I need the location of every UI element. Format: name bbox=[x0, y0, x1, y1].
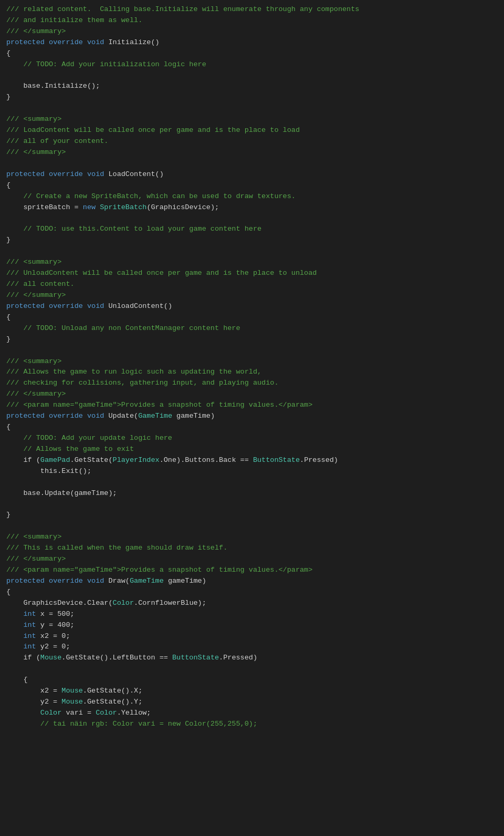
code-line: /// all of your content. bbox=[6, 136, 498, 147]
code-token-comment: // TODO: Unload any non ContentManager c… bbox=[23, 324, 240, 332]
code-token-plain bbox=[6, 445, 23, 453]
code-token-keyword: void bbox=[87, 412, 104, 420]
code-token-plain: { bbox=[6, 181, 10, 189]
code-line: { bbox=[6, 422, 498, 433]
code-token-comment: /// <summary> bbox=[6, 115, 61, 123]
code-token-comment: /// <summary> bbox=[6, 258, 61, 266]
code-line: this.Exit(); bbox=[6, 466, 498, 477]
code-line bbox=[6, 246, 498, 257]
code-token-plain: } bbox=[6, 93, 10, 101]
code-token-comment: /// </summary> bbox=[6, 390, 66, 398]
code-line: int y = 400; bbox=[6, 620, 498, 631]
code-line: /// and initialize them as well. bbox=[6, 15, 498, 26]
code-token-comment: // TODO: Add your initialization logic h… bbox=[23, 60, 206, 68]
code-token-comment: /// This is called when the game should … bbox=[6, 544, 227, 552]
code-token-comment: /// related content. Calling base.Initia… bbox=[6, 5, 359, 13]
code-token-plain: base.Update(gameTime); bbox=[6, 489, 117, 497]
code-line: // TODO: Unload any non ContentManager c… bbox=[6, 323, 498, 334]
code-token-comment: /// <summary> bbox=[6, 357, 61, 365]
code-line: /// all content. bbox=[6, 279, 498, 290]
code-token-type: ButtonState bbox=[253, 456, 300, 464]
code-line: /// <summary> bbox=[6, 257, 498, 268]
code-token-comment: /// checking for collisions, gathering i… bbox=[6, 379, 278, 387]
code-line: int y2 = 0; bbox=[6, 642, 498, 653]
code-token-plain: } bbox=[6, 236, 10, 244]
code-token-plain: .GetState().LeftButton == bbox=[61, 654, 172, 662]
code-token-plain bbox=[83, 412, 87, 420]
code-line bbox=[6, 103, 498, 114]
code-token-plain bbox=[6, 632, 23, 640]
code-token-plain bbox=[45, 170, 49, 178]
code-token-plain: LoadContent() bbox=[104, 170, 163, 178]
code-token-plain bbox=[83, 302, 87, 310]
code-line: { bbox=[6, 48, 498, 59]
code-token-keyword: void bbox=[87, 170, 104, 178]
code-token-plain bbox=[45, 412, 49, 420]
code-token-keyword: int bbox=[23, 621, 36, 629]
code-line: /// </summary> bbox=[6, 554, 498, 565]
code-token-plain bbox=[45, 302, 49, 310]
code-line: // Allows the game to exit bbox=[6, 444, 498, 455]
code-token-plain: Draw( bbox=[104, 577, 130, 585]
code-line: // TODO: use this.Content to load your g… bbox=[6, 224, 498, 235]
code-token-keyword: int bbox=[23, 632, 36, 640]
code-line: } bbox=[6, 92, 498, 103]
code-token-type: GameTime bbox=[130, 577, 164, 585]
code-line: /// </summary> bbox=[6, 26, 498, 37]
code-token-comment: // TODO: use this.Content to load your g… bbox=[23, 225, 261, 233]
code-token-type: GameTime bbox=[138, 412, 172, 420]
code-line: // Create a new SpriteBatch, which can b… bbox=[6, 191, 498, 202]
code-token-keyword: int bbox=[23, 643, 36, 651]
code-token-plain: { bbox=[6, 676, 28, 684]
code-token-keyword: void bbox=[87, 38, 104, 46]
code-line: } bbox=[6, 334, 498, 345]
code-token-type: ButtonState bbox=[172, 654, 219, 662]
code-line: /// </summary> bbox=[6, 290, 498, 301]
code-token-plain: .CornflowerBlue); bbox=[134, 599, 206, 607]
code-line: protected override void Update(GameTime … bbox=[6, 411, 498, 422]
code-token-type: Mouse bbox=[61, 698, 83, 706]
code-token-keyword: protected bbox=[6, 302, 45, 310]
code-token-comment: /// LoadContent will be called once per … bbox=[6, 126, 300, 134]
code-line: int x2 = 0; bbox=[6, 631, 498, 642]
code-line: } bbox=[6, 510, 498, 521]
code-token-keyword: int bbox=[23, 610, 36, 618]
code-token-plain bbox=[45, 38, 49, 46]
code-token-plain: gameTime) bbox=[172, 412, 215, 420]
code-line bbox=[6, 664, 498, 675]
code-token-keyword: void bbox=[87, 302, 104, 310]
code-token-comment: /// </summary> bbox=[6, 148, 66, 156]
code-token-comment: /// all content. bbox=[6, 280, 75, 288]
code-line: /// </summary> bbox=[6, 147, 498, 158]
code-line: int x = 500; bbox=[6, 609, 498, 620]
code-token-plain: .Pressed) bbox=[219, 654, 257, 662]
code-line bbox=[6, 345, 498, 356]
code-line: /// <summary> bbox=[6, 356, 498, 367]
code-line: protected override void UnloadContent() bbox=[6, 301, 498, 312]
code-line: /// LoadContent will be called once per … bbox=[6, 125, 498, 136]
code-line: // TODO: Add your initialization logic h… bbox=[6, 59, 498, 70]
code-token-type: SpriteBatch bbox=[100, 203, 146, 211]
code-token-plain: { bbox=[6, 588, 10, 596]
code-line: /// related content. Calling base.Initia… bbox=[6, 4, 498, 15]
code-line: } bbox=[6, 235, 498, 246]
code-token-comment: /// </summary> bbox=[6, 555, 66, 563]
code-token-keyword: override bbox=[49, 170, 83, 178]
code-token-plain bbox=[6, 720, 40, 728]
code-token-type: GamePad bbox=[40, 456, 70, 464]
code-token-comment: /// Allows the game to run logic such as… bbox=[6, 368, 261, 376]
code-token-plain: gameTime) bbox=[164, 577, 206, 585]
code-token-plain bbox=[6, 643, 23, 651]
code-token-plain bbox=[6, 434, 23, 442]
code-token-plain: .GetState().X; bbox=[83, 687, 142, 695]
code-line: { bbox=[6, 587, 498, 598]
code-token-plain: y2 = bbox=[6, 698, 61, 706]
code-token-plain bbox=[83, 170, 87, 178]
code-token-comment: /// and initialize them as well. bbox=[6, 16, 142, 24]
code-line bbox=[6, 158, 498, 169]
code-line: /// UnloadContent will be called once pe… bbox=[6, 268, 498, 279]
code-line: { bbox=[6, 675, 498, 686]
code-line bbox=[6, 70, 498, 81]
code-line: protected override void Initialize() bbox=[6, 37, 498, 48]
code-token-keyword: protected bbox=[6, 577, 45, 585]
